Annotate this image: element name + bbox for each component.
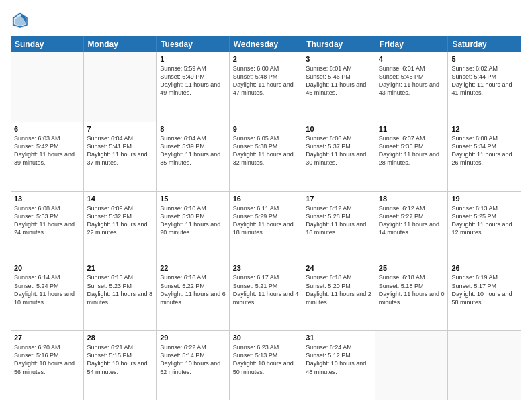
day-number: 4 — [379, 55, 445, 63]
day-info: Sunrise: 6:20 AM Sunset: 5:16 PM Dayligh… — [14, 343, 80, 376]
day-info: Sunrise: 6:18 AM Sunset: 5:20 PM Dayligh… — [306, 273, 371, 306]
day-cell-30: 30Sunrise: 6:23 AM Sunset: 5:13 PM Dayli… — [230, 331, 303, 400]
day-cell-23: 23Sunrise: 6:17 AM Sunset: 5:21 PM Dayli… — [230, 261, 303, 330]
day-number: 16 — [233, 195, 299, 203]
empty-cell — [84, 52, 157, 122]
calendar-header: SundayMondayTuesdayWednesdayThursdayFrid… — [11, 36, 521, 52]
day-number: 7 — [87, 125, 153, 133]
day-info: Sunrise: 6:05 AM Sunset: 5:38 PM Dayligh… — [233, 134, 299, 167]
day-cell-12: 12Sunrise: 6:08 AM Sunset: 5:34 PM Dayli… — [448, 122, 521, 191]
empty-cell — [11, 52, 84, 122]
day-cell-6: 6Sunrise: 6:03 AM Sunset: 5:42 PM Daylig… — [11, 122, 84, 191]
day-info: Sunrise: 6:00 AM Sunset: 5:48 PM Dayligh… — [233, 64, 299, 97]
day-number: 27 — [14, 334, 80, 342]
day-info: Sunrise: 5:59 AM Sunset: 5:49 PM Dayligh… — [160, 64, 226, 97]
day-cell-17: 17Sunrise: 6:12 AM Sunset: 5:28 PM Dayli… — [302, 192, 375, 261]
day-number: 6 — [14, 125, 80, 133]
day-cell-27: 27Sunrise: 6:20 AM Sunset: 5:16 PM Dayli… — [11, 331, 84, 400]
day-cell-16: 16Sunrise: 6:11 AM Sunset: 5:29 PM Dayli… — [230, 192, 303, 261]
day-number: 21 — [87, 264, 153, 272]
header-day-sunday: Sunday — [11, 36, 84, 52]
calendar: SundayMondayTuesdayWednesdayThursdayFrid… — [11, 36, 521, 400]
day-cell-18: 18Sunrise: 6:12 AM Sunset: 5:27 PM Dayli… — [375, 192, 449, 261]
day-cell-4: 4Sunrise: 6:01 AM Sunset: 5:45 PM Daylig… — [375, 52, 449, 122]
day-info: Sunrise: 6:06 AM Sunset: 5:37 PM Dayligh… — [306, 134, 371, 167]
day-cell-11: 11Sunrise: 6:07 AM Sunset: 5:35 PM Dayli… — [375, 122, 449, 191]
day-cell-13: 13Sunrise: 6:08 AM Sunset: 5:33 PM Dayli… — [11, 192, 84, 261]
day-cell-9: 9Sunrise: 6:05 AM Sunset: 5:38 PM Daylig… — [230, 122, 303, 191]
day-number: 22 — [160, 264, 226, 272]
day-number: 20 — [14, 264, 80, 272]
week-row-5: 27Sunrise: 6:20 AM Sunset: 5:16 PM Dayli… — [11, 331, 521, 400]
day-number: 25 — [379, 264, 445, 272]
empty-cell — [448, 331, 521, 400]
day-number: 19 — [451, 195, 518, 203]
day-info: Sunrise: 6:17 AM Sunset: 5:21 PM Dayligh… — [233, 273, 299, 306]
day-cell-5: 5Sunrise: 6:02 AM Sunset: 5:44 PM Daylig… — [448, 52, 521, 122]
day-info: Sunrise: 6:16 AM Sunset: 5:22 PM Dayligh… — [160, 273, 226, 306]
day-info: Sunrise: 6:04 AM Sunset: 5:41 PM Dayligh… — [87, 134, 153, 167]
day-number: 10 — [306, 125, 371, 133]
day-number: 3 — [306, 55, 371, 63]
day-number: 12 — [451, 125, 518, 133]
day-cell-2: 2Sunrise: 6:00 AM Sunset: 5:48 PM Daylig… — [230, 52, 303, 122]
week-row-4: 20Sunrise: 6:14 AM Sunset: 5:24 PM Dayli… — [11, 261, 521, 331]
day-info: Sunrise: 6:08 AM Sunset: 5:33 PM Dayligh… — [14, 204, 80, 237]
week-row-3: 13Sunrise: 6:08 AM Sunset: 5:33 PM Dayli… — [11, 192, 521, 262]
day-number: 28 — [87, 334, 153, 342]
day-cell-31: 31Sunrise: 6:24 AM Sunset: 5:12 PM Dayli… — [302, 331, 375, 400]
day-info: Sunrise: 6:15 AM Sunset: 5:23 PM Dayligh… — [87, 273, 153, 306]
day-cell-19: 19Sunrise: 6:13 AM Sunset: 5:25 PM Dayli… — [448, 192, 521, 261]
day-number: 29 — [160, 334, 226, 342]
day-info: Sunrise: 6:14 AM Sunset: 5:24 PM Dayligh… — [14, 273, 80, 306]
day-number: 15 — [160, 195, 226, 203]
day-info: Sunrise: 6:08 AM Sunset: 5:34 PM Dayligh… — [451, 134, 518, 167]
day-cell-21: 21Sunrise: 6:15 AM Sunset: 5:23 PM Dayli… — [84, 261, 157, 330]
day-number: 26 — [451, 264, 518, 272]
day-info: Sunrise: 6:13 AM Sunset: 5:25 PM Dayligh… — [451, 204, 518, 237]
day-cell-15: 15Sunrise: 6:10 AM Sunset: 5:30 PM Dayli… — [157, 192, 230, 261]
day-cell-14: 14Sunrise: 6:09 AM Sunset: 5:32 PM Dayli… — [84, 192, 157, 261]
day-info: Sunrise: 6:07 AM Sunset: 5:35 PM Dayligh… — [379, 134, 445, 167]
header-day-thursday: Thursday — [302, 36, 375, 52]
day-number: 13 — [14, 195, 80, 203]
day-info: Sunrise: 6:12 AM Sunset: 5:28 PM Dayligh… — [306, 204, 371, 237]
day-number: 30 — [233, 334, 299, 342]
day-info: Sunrise: 6:01 AM Sunset: 5:46 PM Dayligh… — [306, 64, 371, 97]
day-info: Sunrise: 6:23 AM Sunset: 5:13 PM Dayligh… — [233, 343, 299, 376]
day-cell-8: 8Sunrise: 6:04 AM Sunset: 5:39 PM Daylig… — [157, 122, 230, 191]
day-info: Sunrise: 6:04 AM Sunset: 5:39 PM Dayligh… — [160, 134, 226, 167]
day-cell-20: 20Sunrise: 6:14 AM Sunset: 5:24 PM Dayli… — [11, 261, 84, 330]
day-number: 18 — [379, 195, 445, 203]
header-day-tuesday: Tuesday — [157, 36, 230, 52]
day-cell-7: 7Sunrise: 6:04 AM Sunset: 5:41 PM Daylig… — [84, 122, 157, 191]
day-cell-3: 3Sunrise: 6:01 AM Sunset: 5:46 PM Daylig… — [302, 52, 375, 122]
day-cell-22: 22Sunrise: 6:16 AM Sunset: 5:22 PM Dayli… — [157, 261, 230, 330]
day-info: Sunrise: 6:22 AM Sunset: 5:14 PM Dayligh… — [160, 343, 226, 376]
day-info: Sunrise: 6:21 AM Sunset: 5:15 PM Dayligh… — [87, 343, 153, 376]
day-info: Sunrise: 6:10 AM Sunset: 5:30 PM Dayligh… — [160, 204, 226, 237]
day-cell-29: 29Sunrise: 6:22 AM Sunset: 5:14 PM Dayli… — [157, 331, 230, 400]
day-cell-25: 25Sunrise: 6:18 AM Sunset: 5:18 PM Dayli… — [375, 261, 449, 330]
week-row-2: 6Sunrise: 6:03 AM Sunset: 5:42 PM Daylig… — [11, 122, 521, 192]
header-day-wednesday: Wednesday — [230, 36, 303, 52]
day-info: Sunrise: 6:24 AM Sunset: 5:12 PM Dayligh… — [306, 343, 371, 376]
week-row-1: 1Sunrise: 5:59 AM Sunset: 5:49 PM Daylig… — [11, 52, 521, 122]
logo-icon — [11, 11, 30, 30]
page: SundayMondayTuesdayWednesdayThursdayFrid… — [0, 0, 532, 411]
day-cell-26: 26Sunrise: 6:19 AM Sunset: 5:17 PM Dayli… — [448, 261, 521, 330]
day-number: 1 — [160, 55, 226, 63]
day-number: 31 — [306, 334, 371, 342]
day-info: Sunrise: 6:09 AM Sunset: 5:32 PM Dayligh… — [87, 204, 153, 237]
header — [11, 11, 521, 30]
header-day-saturday: Saturday — [448, 36, 521, 52]
header-day-monday: Monday — [84, 36, 157, 52]
day-info: Sunrise: 6:01 AM Sunset: 5:45 PM Dayligh… — [379, 64, 445, 97]
header-day-friday: Friday — [375, 36, 449, 52]
day-number: 9 — [233, 125, 299, 133]
day-cell-28: 28Sunrise: 6:21 AM Sunset: 5:15 PM Dayli… — [84, 331, 157, 400]
logo — [11, 11, 32, 30]
empty-cell — [375, 331, 449, 400]
day-info: Sunrise: 6:19 AM Sunset: 5:17 PM Dayligh… — [451, 273, 518, 306]
day-info: Sunrise: 6:03 AM Sunset: 5:42 PM Dayligh… — [14, 134, 80, 167]
